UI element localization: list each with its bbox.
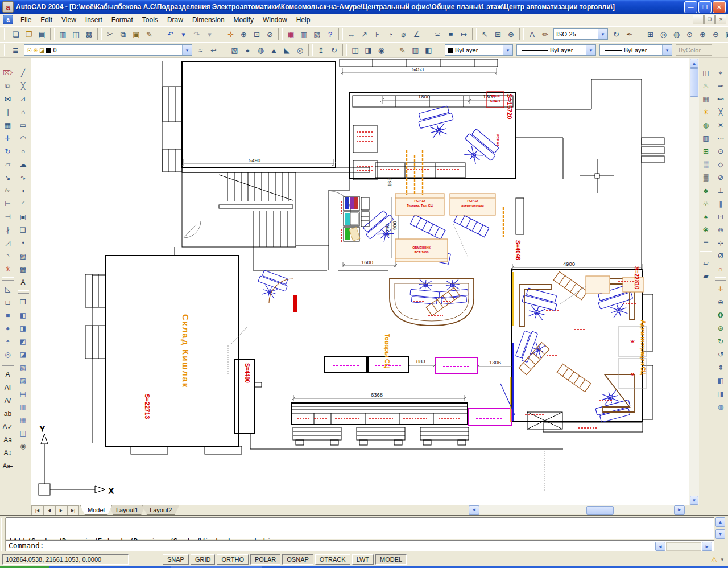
zoom-center-icon[interactable]: ⊙ — [683, 28, 696, 41]
mtext-icon[interactable]: A — [16, 275, 30, 289]
new-icon[interactable]: ❏ — [9, 28, 22, 41]
surface-dome-icon[interactable]: ◓ — [1, 335, 15, 348]
trim-icon[interactable]: ✁ — [1, 184, 15, 197]
render-preferences-icon[interactable]: ❀ — [699, 223, 713, 236]
dropdown-arrow-icon[interactable]: ▾ — [503, 45, 512, 55]
setup-drawing-icon[interactable]: ✎ — [396, 44, 409, 57]
plot-icon[interactable]: ▥ — [56, 28, 69, 41]
text-style-icon[interactable]: Aa — [1, 433, 15, 446]
ortho-toggle[interactable]: ORTHO — [217, 554, 249, 565]
point-icon[interactable]: • — [16, 236, 30, 249]
3d-pan-icon[interactable]: ✛ — [714, 282, 727, 295]
layer-freeze-icon[interactable]: ☀ — [33, 47, 38, 53]
view-ne-iso-icon[interactable]: ▦ — [16, 413, 30, 426]
properties-icon[interactable]: ▧ — [311, 28, 324, 41]
named-views-icon[interactable]: ❐ — [16, 295, 30, 308]
ellipse-icon[interactable]: ◖ — [16, 184, 30, 197]
render-icon[interactable]: ♨ — [699, 79, 713, 92]
camera-icon[interactable]: ◉ — [16, 439, 30, 452]
redo-list-icon[interactable]: ▾ — [203, 28, 216, 41]
solid-sphere-icon[interactable]: ● — [241, 44, 254, 57]
extend-icon[interactable]: ⊢ — [1, 197, 15, 210]
scroll-left-icon[interactable]: ◄ — [469, 505, 479, 515]
stretch-icon[interactable]: ↘ — [1, 171, 15, 184]
scale-icon[interactable]: ▱ — [1, 158, 15, 171]
zoom-window-icon[interactable]: ⊡ — [250, 28, 263, 41]
landscape-library-icon[interactable]: ♠ — [699, 210, 713, 223]
command-history[interactable]: [All/Center/Dynamic/Extents/Previous/Sca… — [6, 517, 714, 539]
tolerance-icon[interactable]: ⊞ — [491, 28, 504, 41]
scroll-up-icon[interactable]: ▲ — [690, 59, 698, 68]
setup-view-icon[interactable]: ▥ — [409, 44, 422, 57]
materials-icon[interactable]: ◍ — [699, 118, 713, 131]
tab-last-icon[interactable]: ▶| — [67, 505, 79, 515]
zoom-all-icon[interactable]: ▣ — [722, 28, 728, 41]
view-front-icon[interactable]: ▧ — [16, 361, 30, 374]
scenes-icon[interactable]: ▦ — [699, 92, 713, 105]
arc-icon[interactable]: ◠ — [16, 131, 30, 145]
solid-cylinder-icon[interactable]: ◍ — [254, 44, 267, 57]
horizontal-scrollbar[interactable]: ◄ ► — [469, 505, 685, 514]
toolbar-grip[interactable] — [18, 61, 29, 64]
doc-restore-button[interactable]: ❐ — [704, 15, 715, 24]
justify-text-icon[interactable]: A⇤ — [1, 459, 15, 472]
break-icon[interactable]: ∤ — [1, 223, 15, 236]
line-icon[interactable]: ╱ — [16, 66, 30, 79]
quick-leader-icon[interactable]: ↖ — [478, 28, 491, 41]
ellipse-arc-icon[interactable]: ◜ — [16, 197, 30, 210]
start-button-fragment[interactable] — [0, 566, 49, 568]
surface-torus-icon[interactable]: ◎ — [1, 348, 15, 361]
layers-icon[interactable]: ≣ — [9, 44, 22, 57]
landscape-edit-icon[interactable]: ♧ — [699, 197, 713, 210]
snap-none-icon[interactable]: Ø — [714, 249, 727, 262]
zoom-in-icon[interactable]: ⊕ — [696, 28, 709, 41]
horizontal-scroll-thumb[interactable] — [586, 506, 614, 515]
section-icon[interactable]: ◨ — [362, 44, 375, 57]
hide-icon[interactable]: ◫ — [699, 66, 713, 79]
snap-quadrant-icon[interactable]: ◇ — [714, 158, 727, 171]
dim-aligned-icon[interactable]: ↗ — [358, 28, 371, 41]
fog-icon[interactable]: ▓ — [699, 171, 713, 184]
copy-object-icon[interactable]: ⧉ — [1, 79, 15, 92]
lineweight-combo[interactable]: ByLayer ▾ — [599, 44, 672, 56]
snap-perpendicular-icon[interactable]: ⊥ — [714, 184, 727, 197]
tab-prev-icon[interactable]: ◀ — [43, 505, 55, 515]
interfere-icon[interactable]: ◉ — [375, 44, 388, 57]
layer-lock-icon[interactable]: ◪ — [39, 47, 44, 53]
toolbar-grip[interactable] — [2, 61, 14, 64]
dim-baseline-icon[interactable]: ≡ — [444, 28, 457, 41]
tab-layout1[interactable]: Layout1 — [109, 505, 146, 515]
vertical-scroll-thumb[interactable] — [690, 68, 698, 97]
spell-check-icon[interactable]: A✓ — [1, 420, 15, 433]
snap-parallel-icon[interactable]: ∥ — [714, 197, 727, 210]
circle-icon[interactable]: ○ — [16, 145, 30, 158]
vertical-scrollbar[interactable]: ▲ ▼ — [689, 58, 699, 505]
menu-view[interactable]: View — [57, 14, 81, 26]
chamfer-icon[interactable]: ◿ — [1, 236, 15, 249]
close-button[interactable]: ✕ — [713, 1, 726, 13]
layer-previous-icon[interactable]: ↩ — [207, 44, 220, 57]
windows-taskbar[interactable] — [0, 566, 728, 568]
solid-wedge-icon[interactable]: ◣ — [280, 44, 293, 57]
layer-combo[interactable]: ☉ ☀ ◪ 0 ▾ — [24, 44, 192, 56]
3d-adjust-distance-icon[interactable]: ⇕ — [714, 361, 727, 374]
find-replace-icon[interactable]: ab — [1, 407, 15, 420]
3d-orbit-icon[interactable]: ❂ — [714, 308, 727, 322]
coordinates-readout[interactable]: 102864.0538, 21661.1053, 0.0000 — [2, 554, 129, 565]
toolbar-grip[interactable] — [2, 363, 14, 366]
3d-front-clip-icon[interactable]: ◧ — [714, 374, 727, 387]
command-input[interactable]: Command: — [6, 540, 714, 551]
slice-icon[interactable]: ◫ — [349, 44, 362, 57]
erase-icon[interactable]: ⌦ — [1, 66, 15, 79]
publish-icon[interactable]: ▩ — [82, 28, 96, 41]
drawing-canvas[interactable]: 5453 5490 1800 1300 1600 900 2040 163 88… — [31, 58, 689, 505]
tab-next-icon[interactable]: ▶ — [55, 505, 67, 515]
tracking-point-icon[interactable]: ⌖ — [714, 66, 727, 79]
zoom-out-icon[interactable]: ⊖ — [709, 28, 722, 41]
layer-on-off-icon[interactable]: ☉ — [27, 47, 32, 53]
polar-toggle[interactable]: POLAR — [250, 554, 280, 565]
snap-nearest-icon[interactable]: ⊹ — [714, 236, 727, 249]
doc-close-button[interactable]: ✕ — [715, 15, 726, 24]
zoom-realtime-icon[interactable]: ⊕ — [237, 28, 250, 41]
setup-profile-icon[interactable]: ◧ — [422, 44, 435, 57]
